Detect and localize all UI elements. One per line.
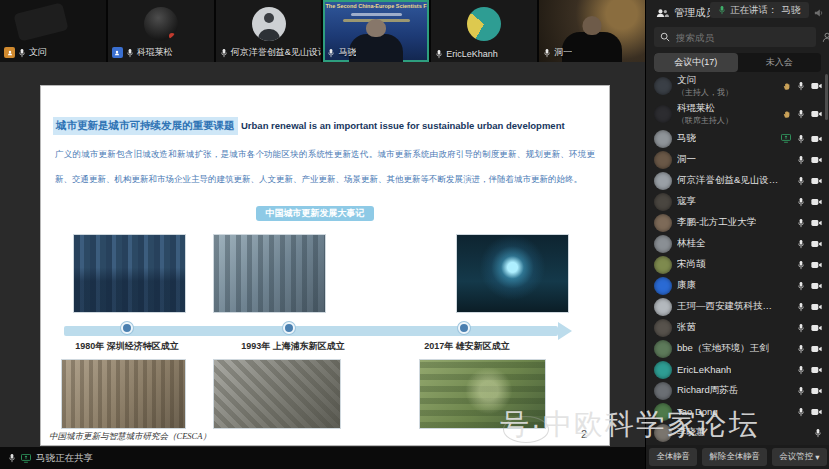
camera-icon[interactable] bbox=[811, 240, 822, 248]
camera-icon[interactable] bbox=[811, 156, 822, 164]
decorative-shape bbox=[13, 2, 68, 41]
camera-icon[interactable] bbox=[811, 198, 822, 206]
camera-icon[interactable] bbox=[811, 324, 822, 332]
avatar bbox=[654, 256, 672, 274]
slide-title-en: Urban renewal is an important issue for … bbox=[241, 120, 565, 131]
mic-icon[interactable] bbox=[797, 323, 805, 333]
unmute-all-button[interactable]: 解除全体静音 bbox=[702, 448, 767, 466]
participant-row[interactable]: 洞一 bbox=[646, 149, 829, 170]
camera-icon[interactable] bbox=[811, 135, 822, 143]
mic-icon[interactable] bbox=[797, 407, 805, 417]
mic-icon[interactable] bbox=[797, 302, 805, 312]
tab-in-meeting[interactable]: 会议中(17) bbox=[654, 53, 738, 72]
participant-row[interactable]: Tao Dong bbox=[646, 401, 829, 422]
person-search-icon[interactable] bbox=[822, 32, 829, 43]
timeline-dot-1980 bbox=[121, 322, 133, 334]
participant-name: EricLeKhanh bbox=[677, 364, 731, 375]
mute-all-button[interactable]: 全体静音 bbox=[649, 448, 697, 466]
speaker-icon[interactable] bbox=[814, 4, 824, 22]
participant-row[interactable]: 李鹏-北方工业大学 bbox=[646, 212, 829, 233]
video-filmstrip: 文问科琨莱松何京洋誉创益&见山设计创始人The Second China-Eur… bbox=[0, 0, 645, 62]
participant-row[interactable]: 马骁 bbox=[646, 128, 829, 149]
video-tile[interactable]: The Second China-Europe Scientists Forum… bbox=[323, 0, 429, 62]
camera-icon[interactable] bbox=[811, 366, 822, 374]
camera-icon[interactable] bbox=[811, 82, 822, 90]
slide-badge: 中国城市更新发展大事记 bbox=[256, 206, 374, 221]
mic-icon[interactable] bbox=[797, 155, 805, 165]
participant-name: 李鹏-北方工业大学 bbox=[677, 216, 756, 229]
hand-icon[interactable] bbox=[783, 110, 791, 119]
mic-icon[interactable] bbox=[797, 386, 805, 396]
avatar bbox=[654, 403, 672, 421]
scrollbar-thumb[interactable] bbox=[825, 74, 828, 120]
participant-row[interactable]: 寇享 bbox=[646, 191, 829, 212]
mic-icon bbox=[543, 48, 551, 58]
mic-icon bbox=[718, 5, 726, 15]
share-icon[interactable] bbox=[781, 134, 791, 143]
mic-icon[interactable] bbox=[797, 281, 805, 291]
participant-row[interactable]: 李晓蕙 bbox=[646, 422, 829, 443]
hand-icon[interactable] bbox=[783, 82, 791, 91]
participant-row[interactable]: 康康 bbox=[646, 275, 829, 296]
participant-row[interactable]: 宋尚颉 bbox=[646, 254, 829, 275]
participant-info: 李晓蕙 bbox=[677, 426, 706, 439]
camera-icon[interactable] bbox=[811, 387, 822, 395]
search-input[interactable] bbox=[674, 31, 810, 44]
tile-name-label: 马骁 bbox=[327, 46, 356, 59]
avatar bbox=[654, 277, 672, 295]
avatar bbox=[654, 382, 672, 400]
people-icon bbox=[656, 8, 669, 18]
participant-row[interactable]: Richard周苏岳 bbox=[646, 380, 829, 401]
camera-icon[interactable] bbox=[811, 261, 822, 269]
participant-controls bbox=[797, 386, 822, 396]
avatar bbox=[654, 319, 672, 337]
video-tile[interactable]: 文问 bbox=[0, 0, 106, 62]
speaking-label: 正在讲话： bbox=[730, 4, 778, 17]
mic-icon[interactable] bbox=[797, 260, 805, 270]
camera-icon[interactable] bbox=[811, 219, 822, 227]
mic-icon[interactable] bbox=[797, 176, 805, 186]
participant-row[interactable]: bbe（宝地环境）王剑 bbox=[646, 338, 829, 359]
video-tile[interactable]: EricLeKhanh bbox=[431, 0, 537, 62]
participant-row[interactable]: EricLeKhanh bbox=[646, 359, 829, 380]
participant-row[interactable]: 何京洋誉创益&见山设计创始人 bbox=[646, 170, 829, 191]
participant-row[interactable]: 王珂—西安建筑科技大学 bbox=[646, 296, 829, 317]
camera-icon[interactable] bbox=[811, 282, 822, 290]
participant-row[interactable]: 科琨莱松（联席主持人） bbox=[646, 100, 829, 128]
mic-icon[interactable] bbox=[814, 428, 822, 438]
camera-icon[interactable] bbox=[811, 345, 822, 353]
participant-row[interactable]: 文问（主持人，我） bbox=[646, 72, 829, 100]
presentation-slide: 城市更新是城市可持续发展的重要课题 Urban renewal is an im… bbox=[40, 85, 610, 446]
mic-icon[interactable] bbox=[797, 109, 805, 119]
participant-row[interactable]: 林桂全 bbox=[646, 233, 829, 254]
photo-demolition-site bbox=[213, 359, 341, 429]
avatar bbox=[144, 7, 178, 41]
participant-row[interactable]: 张茵 bbox=[646, 317, 829, 338]
mic-icon[interactable] bbox=[797, 81, 805, 91]
camera-icon[interactable] bbox=[811, 303, 822, 311]
mic-icon[interactable] bbox=[797, 218, 805, 228]
tab-not-joined[interactable]: 未入会 bbox=[738, 53, 822, 72]
video-tile[interactable]: 何京洋誉创益&见山设计创始人 bbox=[216, 0, 322, 62]
shared-screen-area: 城市更新是城市可持续发展的重要课题 Urban renewal is an im… bbox=[0, 62, 645, 447]
tile-name-label: EricLeKhanh bbox=[435, 49, 498, 59]
mic-icon[interactable] bbox=[797, 344, 805, 354]
meeting-control-button[interactable]: 会议管控▾ bbox=[772, 448, 826, 466]
mic-icon[interactable] bbox=[797, 365, 805, 375]
mic-icon[interactable] bbox=[797, 239, 805, 249]
search-box[interactable] bbox=[654, 27, 816, 47]
camera-icon[interactable] bbox=[811, 177, 822, 185]
mic-icon[interactable] bbox=[797, 134, 805, 144]
mic-icon[interactable] bbox=[797, 197, 805, 207]
participant-controls bbox=[797, 197, 822, 207]
camera-icon[interactable] bbox=[811, 110, 822, 118]
participant-role: （主持人，我） bbox=[677, 87, 733, 98]
participant-name: 宋尚颉 bbox=[677, 258, 706, 271]
camera-icon[interactable] bbox=[811, 408, 822, 416]
mic-icon[interactable] bbox=[8, 453, 16, 463]
video-tile[interactable]: 科琨莱松 bbox=[108, 0, 214, 62]
participant-name: 寇享 bbox=[677, 195, 696, 208]
screen-share-icon[interactable] bbox=[21, 454, 31, 463]
video-tile[interactable]: 洞一 bbox=[539, 0, 645, 62]
mic-icon bbox=[435, 49, 443, 59]
